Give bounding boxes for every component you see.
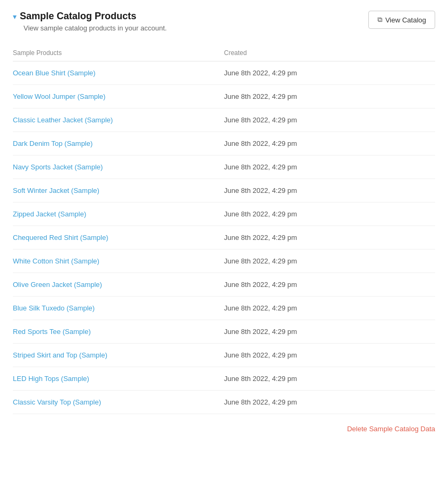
product-name-link[interactable]: Yellow Wool Jumper (Sample): [13, 92, 224, 100]
table-header: Sample Products Created: [13, 45, 435, 61]
product-created-date: June 8th 2022, 4:29 pm: [224, 163, 435, 171]
product-created-date: June 8th 2022, 4:29 pm: [224, 281, 435, 289]
product-created-date: June 8th 2022, 4:29 pm: [224, 139, 435, 147]
table-row: Ocean Blue Shirt (Sample)June 8th 2022, …: [13, 61, 435, 85]
product-name-link[interactable]: Chequered Red Shirt (Sample): [13, 234, 224, 242]
product-name-link[interactable]: Soft Winter Jacket (Sample): [13, 186, 224, 195]
product-created-date: June 8th 2022, 4:29 pm: [224, 92, 435, 100]
table-row: Dark Denim Top (Sample)June 8th 2022, 4:…: [13, 132, 435, 156]
product-name-link[interactable]: Ocean Blue Shirt (Sample): [13, 69, 224, 77]
product-name-link[interactable]: Red Sports Tee (Sample): [13, 328, 224, 336]
product-created-date: June 8th 2022, 4:29 pm: [224, 186, 435, 195]
product-created-date: June 8th 2022, 4:29 pm: [224, 398, 435, 406]
product-name-link[interactable]: White Cotton Shirt (Sample): [13, 257, 224, 265]
col-header-products: Sample Products: [13, 49, 224, 57]
product-created-date: June 8th 2022, 4:29 pm: [224, 116, 435, 124]
delete-sample-data-link[interactable]: Delete Sample Catalog Data: [347, 425, 435, 433]
table-row: Chequered Red Shirt (Sample)June 8th 202…: [13, 226, 435, 250]
table-body: Ocean Blue Shirt (Sample)June 8th 2022, …: [13, 61, 435, 414]
table-row: Blue Silk Tuxedo (Sample)June 8th 2022, …: [13, 297, 435, 320]
product-name-link[interactable]: Classic Varsity Top (Sample): [13, 398, 224, 406]
table-row: Soft Winter Jacket (Sample)June 8th 2022…: [13, 179, 435, 203]
product-created-date: June 8th 2022, 4:29 pm: [224, 69, 435, 77]
table-row: Olive Green Jacket (Sample)June 8th 2022…: [13, 273, 435, 297]
product-created-date: June 8th 2022, 4:29 pm: [224, 328, 435, 336]
product-created-date: June 8th 2022, 4:29 pm: [224, 257, 435, 265]
page-wrapper: ▾ Sample Catalog Products View sample ca…: [0, 0, 448, 449]
table-row: Zipped Jacket (Sample)June 8th 2022, 4:2…: [13, 203, 435, 226]
table-row: Red Sports Tee (Sample)June 8th 2022, 4:…: [13, 320, 435, 344]
table-row: Striped Skirt and Top (Sample)June 8th 2…: [13, 344, 435, 367]
external-link-icon: ⧉: [377, 15, 382, 24]
view-catalog-button[interactable]: ⧉ View Catalog: [368, 11, 435, 29]
products-table: Sample Products Created Ocean Blue Shirt…: [13, 45, 435, 414]
table-row: White Cotton Shirt (Sample)June 8th 2022…: [13, 250, 435, 273]
page-title: Sample Catalog Products: [20, 11, 136, 22]
product-created-date: June 8th 2022, 4:29 pm: [224, 375, 435, 383]
product-created-date: June 8th 2022, 4:29 pm: [224, 304, 435, 312]
product-name-link[interactable]: LED High Tops (Sample): [13, 375, 224, 383]
product-name-link[interactable]: Olive Green Jacket (Sample): [13, 281, 224, 289]
table-row: LED High Tops (Sample)June 8th 2022, 4:2…: [13, 367, 435, 391]
title-row: ▾ Sample Catalog Products: [13, 11, 167, 22]
header: ▾ Sample Catalog Products View sample ca…: [13, 11, 435, 32]
product-name-link[interactable]: Classic Leather Jacket (Sample): [13, 116, 224, 124]
subtitle: View sample catalog products in your acc…: [24, 24, 167, 32]
product-name-link[interactable]: Blue Silk Tuxedo (Sample): [13, 304, 224, 312]
header-left: ▾ Sample Catalog Products View sample ca…: [13, 11, 167, 32]
product-name-link[interactable]: Zipped Jacket (Sample): [13, 210, 224, 218]
product-name-link[interactable]: Navy Sports Jacket (Sample): [13, 163, 224, 171]
product-name-link[interactable]: Dark Denim Top (Sample): [13, 139, 224, 147]
product-name-link[interactable]: Striped Skirt and Top (Sample): [13, 351, 224, 359]
chevron-icon: ▾: [13, 12, 17, 21]
table-row: Yellow Wool Jumper (Sample)June 8th 2022…: [13, 85, 435, 108]
product-created-date: June 8th 2022, 4:29 pm: [224, 210, 435, 218]
product-created-date: June 8th 2022, 4:29 pm: [224, 351, 435, 359]
table-row: Classic Leather Jacket (Sample)June 8th …: [13, 108, 435, 132]
table-row: Navy Sports Jacket (Sample)June 8th 2022…: [13, 156, 435, 179]
col-header-created: Created: [224, 49, 435, 57]
view-catalog-label: View Catalog: [385, 16, 426, 24]
product-created-date: June 8th 2022, 4:29 pm: [224, 234, 435, 242]
footer-actions: Delete Sample Catalog Data: [13, 414, 435, 438]
table-row: Classic Varsity Top (Sample)June 8th 202…: [13, 391, 435, 414]
